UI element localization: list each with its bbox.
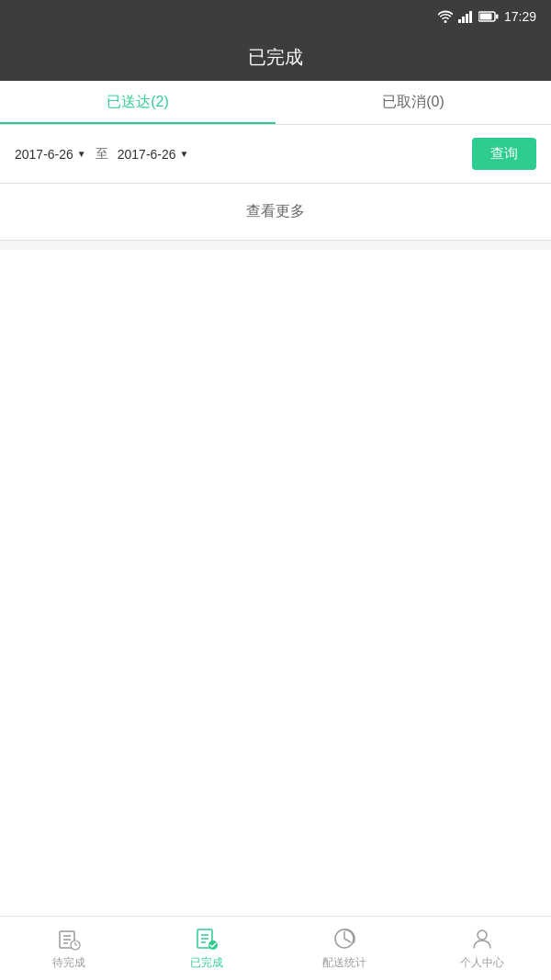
profile-icon [469, 926, 495, 952]
wifi-icon [438, 10, 453, 23]
svg-rect-0 [458, 19, 461, 23]
from-date-arrow-icon: ▼ [77, 149, 86, 159]
nav-item-completed[interactable]: 已完成 [138, 917, 276, 980]
stats-icon [332, 926, 357, 952]
from-date-value: 2017-6-26 [15, 147, 73, 162]
nav-label-profile: 个人中心 [460, 955, 504, 971]
svg-rect-2 [466, 14, 468, 23]
nav-item-profile[interactable]: 个人中心 [413, 917, 551, 980]
pending-icon [56, 926, 82, 952]
tab-delivered[interactable]: 已送达(2) [0, 81, 276, 124]
battery-icon [478, 11, 499, 22]
tab-bar: 已送达(2) 已取消(0) [0, 81, 551, 125]
status-time: 17:29 [504, 9, 536, 24]
from-date-picker[interactable]: 2017-6-26 ▼ [15, 147, 86, 162]
nav-label-completed: 已完成 [190, 955, 223, 971]
app-header: 已完成 [0, 33, 551, 81]
status-icons: 17:29 [438, 9, 536, 24]
status-bar: 17:29 [0, 0, 551, 33]
completed-icon [194, 926, 219, 952]
empty-content-area [0, 250, 551, 916]
tab-cancelled[interactable]: 已取消(0) [276, 81, 551, 124]
to-date-value: 2017-6-26 [118, 147, 176, 162]
signal-icon [458, 10, 473, 23]
svg-rect-6 [496, 15, 499, 19]
page-title: 已完成 [248, 45, 303, 70]
svg-rect-1 [462, 17, 465, 23]
main-content: 查看更多 [0, 184, 551, 916]
nav-item-pending[interactable]: 待完成 [0, 917, 138, 980]
to-date-picker[interactable]: 2017-6-26 ▼ [118, 147, 189, 162]
bottom-nav: 待完成 已完成 配送统计 个人中心 [0, 916, 551, 980]
nav-label-stats: 配送统计 [322, 955, 366, 971]
svg-rect-5 [479, 14, 491, 20]
svg-point-22 [478, 930, 487, 940]
nav-label-pending: 待完成 [52, 955, 85, 971]
view-more-label: 查看更多 [246, 202, 305, 221]
date-separator: 至 [96, 146, 108, 163]
filter-bar: 2017-6-26 ▼ 至 2017-6-26 ▼ 查询 [0, 125, 551, 184]
svg-rect-3 [469, 11, 472, 23]
query-button[interactable]: 查询 [472, 138, 536, 170]
svg-line-21 [344, 939, 351, 942]
nav-item-stats[interactable]: 配送统计 [276, 917, 413, 980]
view-more-banner[interactable]: 查看更多 [0, 184, 551, 241]
to-date-arrow-icon: ▼ [180, 149, 189, 159]
